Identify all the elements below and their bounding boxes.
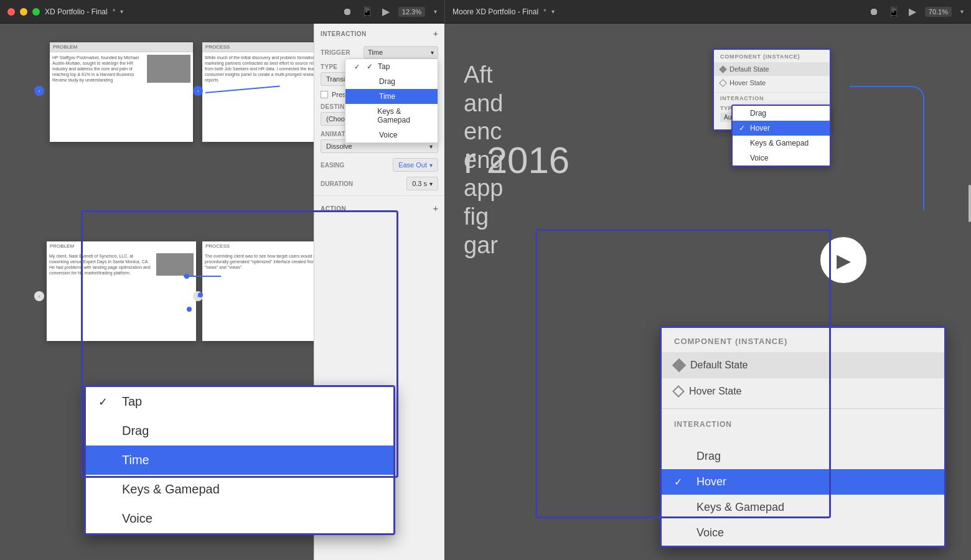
close-dot[interactable]: [7, 8, 15, 16]
hover-state-label: Hover State: [689, 386, 741, 397]
right-small-item-hover[interactable]: ✓ Hover: [733, 121, 830, 136]
nav-arrow-right-1[interactable]: ›: [193, 86, 203, 96]
action-panel-header: ACTION +: [314, 198, 444, 218]
record-icon[interactable]: ⏺: [342, 6, 352, 17]
large-trigger-dropdown: ✓ Tap ✓ Drag ✓ Time ✓ Keys & Gamepad ✓ V…: [84, 385, 395, 535]
left-window-title: XD Portfolio - Final: [45, 7, 108, 16]
comp-small-hover-state[interactable]: Hover State: [714, 76, 830, 90]
diamond-filled-icon-sm: [719, 65, 727, 73]
default-state-label: Default State: [690, 360, 748, 371]
trigger-small-dropdown: ✓ Tap Drag Time Keys: [345, 58, 438, 143]
play-button[interactable]: ▶: [819, 235, 868, 285]
interaction-label: INTERACTION: [321, 30, 367, 37]
right-small-dropdown: Drag ✓ Hover Keys & Gamepad Voice: [731, 105, 831, 167]
right-zoom-chevron[interactable]: ▾: [960, 8, 964, 15]
left-zoom-chevron[interactable]: ▾: [434, 8, 437, 15]
dropdown-item-time[interactable]: Time: [345, 89, 438, 104]
right-window-title: Moore XD Portfolio - Final: [453, 7, 538, 16]
right-record-icon[interactable]: ⏺: [869, 6, 879, 17]
right-zoom-badge[interactable]: 70.1%: [925, 7, 952, 17]
left-chevron-icon[interactable]: ▾: [120, 8, 123, 15]
diamond-filled-icon: [672, 358, 687, 373]
main-content: PROBLEM HP Staffgov Postmarket, founded …: [0, 24, 971, 560]
trigger-label: Trigger: [321, 49, 350, 56]
maximize-dot[interactable]: [32, 8, 40, 16]
play-circle-container[interactable]: ▶: [819, 235, 868, 285]
right-title-bar: Moore XD Portfolio - Final * ▾ ⏺ 📱 ▶ 70.…: [445, 0, 971, 23]
dropdown-item-tap[interactable]: ✓ Tap: [345, 59, 438, 74]
right-phone-icon[interactable]: 📱: [888, 6, 900, 17]
artboard-image-placeholder: [147, 55, 190, 83]
artboard-mid-image: [156, 253, 194, 276]
component-default-state[interactable]: Default State: [662, 352, 944, 378]
duration-field[interactable]: 0.3 s: [406, 177, 438, 190]
dropdown-item-drag[interactable]: Drag: [345, 74, 438, 89]
trigger-dropdown[interactable]: Time: [364, 46, 438, 58]
artboard-mid-left-label: PROBLEM: [47, 241, 196, 251]
artboard-top-left-header: PROBLEM: [50, 42, 193, 52]
large-dropdown-item-time[interactable]: ✓ Time: [86, 446, 393, 475]
right-small-item-keys[interactable]: Keys & Gamepad: [733, 136, 830, 151]
duration-value-text: 0.3 s: [412, 180, 427, 187]
trigger-dropdown-menu: ✓ Tap Drag Time Keys: [345, 58, 438, 143]
component-panel-header: COMPONENT (INSTANCE): [662, 328, 944, 352]
duration-chevron-icon: [429, 180, 433, 187]
right-small-item-drag[interactable]: Drag: [733, 106, 830, 121]
right-small-item-voice[interactable]: Voice: [733, 151, 830, 166]
component-hover-state[interactable]: Hover State: [662, 378, 944, 404]
large-dropdown-item-voice[interactable]: ✓ Voice: [86, 504, 393, 533]
large-dropdown-item-drag[interactable]: ✓ Drag: [86, 416, 393, 446]
add-interaction-button[interactable]: +: [433, 29, 438, 39]
artboard-mid-left-content: My client, Nate Everett of Synchico, LLC…: [47, 251, 196, 278]
artboard-top-left-content: HP Staffgov Postmarket, founded by Micha…: [50, 52, 193, 85]
right-connection-line: [850, 86, 924, 210]
large-interaction-keys[interactable]: ✓ Keys & Gamepad: [662, 495, 944, 520]
easing-chevron-icon: [429, 161, 433, 169]
artboard-mid-text: My client, Nate Everett of Synchico, LLC…: [49, 253, 154, 276]
play-icon[interactable]: ▶: [382, 6, 390, 17]
diamond-outline-icon: [672, 385, 685, 398]
dropdown-item-keys[interactable]: Keys & Gamepad: [345, 104, 438, 128]
text-line-6: fig: [464, 203, 503, 231]
comp-small-default-state[interactable]: Default State: [714, 62, 830, 76]
connector-dot-1: [184, 274, 189, 279]
large-dropdown-item-keys[interactable]: ✓ Keys & Gamepad: [86, 475, 393, 504]
right-toolbar-icons: ⏺ 📱 ▶ 70.1% ▾: [869, 6, 964, 17]
dropdown-item-voice[interactable]: Voice: [345, 128, 438, 142]
minimize-dot[interactable]: [20, 8, 27, 16]
title-bar-split: XD Portfolio - Final * ▾ ⏺ 📱 ▶ 12.3% ▾ M…: [0, 0, 971, 24]
large-interaction-hover[interactable]: ✓ Hover: [662, 469, 944, 495]
large-interaction-drag[interactable]: ✓ Drag: [662, 444, 944, 469]
easing-value-text: Ease Out: [398, 161, 427, 169]
animation-chevron-icon: [429, 142, 433, 150]
component-interaction-label: INTERACTION: [662, 413, 944, 434]
text-line-7: gar: [464, 231, 503, 260]
phone-icon[interactable]: 📱: [361, 6, 373, 17]
add-action-button[interactable]: +: [433, 203, 438, 213]
easing-label: Easing: [321, 162, 344, 169]
large-interaction-voice[interactable]: ✓ Voice: [662, 520, 944, 546]
nav-arrow-left-1[interactable]: ‹: [34, 86, 44, 96]
large-check-tap: ✓: [98, 395, 113, 409]
connection-line-2: [184, 276, 221, 277]
component-divider: [662, 408, 944, 409]
checkmark-tap: ✓: [367, 62, 373, 71]
easing-row: Easing Ease Out: [314, 156, 444, 174]
large-dropdown-item-tap[interactable]: ✓ Tap: [86, 387, 393, 416]
scroll-indicator[interactable]: [969, 185, 971, 222]
left-zoom-badge[interactable]: 12.3%: [398, 7, 425, 17]
action-label: ACTION: [321, 205, 346, 212]
left-modified-marker: *: [113, 7, 116, 16]
artboard-mid-left: PROBLEM My client, Nate Everett of Synch…: [47, 241, 196, 341]
nav-arrow-left-2[interactable]: ‹: [34, 291, 44, 301]
trigger-chevron-icon: [431, 49, 434, 56]
large-interaction-check-hover: ✓: [674, 476, 688, 488]
text-line-1: Aft: [464, 61, 503, 90]
right-chevron-icon[interactable]: ▾: [551, 8, 555, 15]
preserve-scroll-checkbox[interactable]: [321, 91, 328, 98]
easing-select[interactable]: Ease Out: [393, 158, 438, 172]
right-play-icon[interactable]: ▶: [909, 6, 916, 17]
panel-divider: [314, 195, 444, 196]
comp-small-default-label: Default State: [729, 65, 769, 73]
comp-small-header: COMPONENT (INSTANCE): [714, 50, 830, 62]
